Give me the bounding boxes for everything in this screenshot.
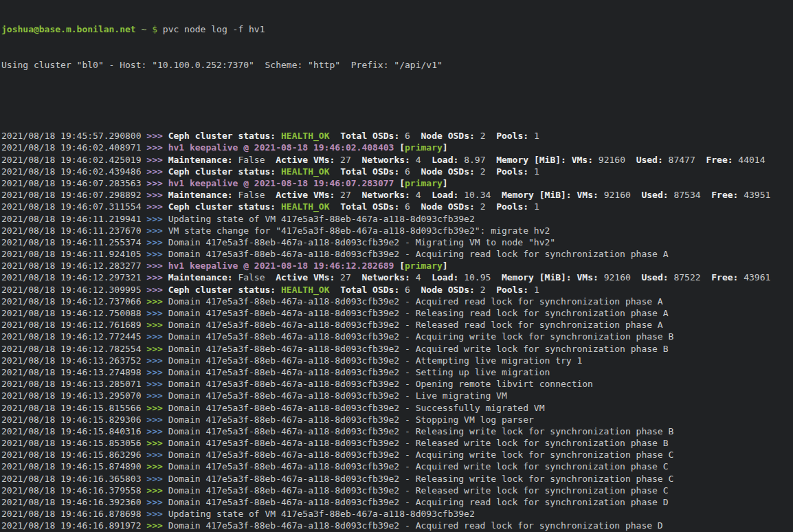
log-marker-icon: >>> [146,296,168,307]
log-marker-icon: >>> [146,249,168,259]
log-line: 2021/08/18 19:46:07.298892 >>> Maintenan… [1,189,793,201]
log-marker-icon: >>> [146,461,168,472]
log-line: 2021/08/18 19:46:16.392360 >>> Domain 41… [1,496,793,508]
log-text-segment: Domain 417e5a3f-88eb-467a-a118-8d093cfb3… [168,355,583,366]
log-timestamp: 2021/08/18 19:46:12.761689 [1,320,146,330]
log-text-segment [566,155,572,165]
log-text-segment: 1 [528,166,539,177]
log-line: 2021/08/18 19:46:12.737066 >>> Domain 41… [1,296,793,307]
log-text-segment [329,131,340,141]
log-timestamp: 2021/08/18 19:46:11.255374 [1,237,146,247]
log-text-segment: hv1 keepalive @ 2021-08-18 19:46:07.2830… [168,178,394,188]
log-text-segment: 1 [528,131,539,141]
log-timestamp: 2021/08/18 19:46:02.425019 [1,155,146,165]
log-text-segment: Domain 417e5a3f-88eb-467a-a118-8d093cfb3… [168,474,674,484]
log-line: 2021/08/18 19:46:11.237670 >>> VM state … [1,225,793,236]
log-text-segment: Domain 417e5a3f-88eb-467a-a118-8d093cfb3… [168,414,534,425]
log-text-segment: Memory [MiB]: [502,190,572,200]
log-marker-icon: >>> [146,426,168,436]
log-text-segment: Domain 417e5a3f-88eb-467a-a118-8d093cfb3… [168,450,674,460]
log-text-segment: Load: [432,272,458,282]
log-text-segment: 6 [399,131,421,141]
log-timestamp: 2021/08/18 19:46:12.750088 [1,308,146,318]
log-line: 2021/08/18 19:46:15.815566 >>> Domain 41… [1,402,793,414]
log-marker-icon: >>> [146,155,168,165]
log-timestamp: 2021/08/18 19:46:13.295070 [1,390,146,401]
log-text-segment: Active VMs: [276,155,335,165]
log-timestamp: 2021/08/18 19:46:13.263752 [1,355,146,366]
prompt-command: pvc node log -f hv1 [163,24,265,34]
log-timestamp: 2021/08/18 19:46:16.379558 [1,485,146,496]
log-line: 2021/08/18 19:46:12.750088 >>> Domain 41… [1,307,793,319]
log-timestamp: 2021/08/18 19:46:12.283277 [1,261,146,271]
log-text-segment: Domain 417e5a3f-88eb-467a-a118-8d093cfb3… [168,390,507,401]
log-line: 2021/08/18 19:46:12.283277 >>> hv1 keepa… [1,260,793,271]
prompt-symbol: $ [152,24,163,34]
log-marker-icon: >>> [146,201,168,212]
log-marker-icon: >>> [146,272,168,282]
log-text-segment: 44014 [733,155,766,165]
log-line: 2021/08/18 19:46:15.829306 >>> Domain 41… [1,414,793,425]
log-text-segment: Free: [706,155,733,165]
log-marker-icon: >>> [146,166,168,177]
log-text-segment: Networks: [361,155,410,165]
log-text-segment: Domain 417e5a3f-88eb-467a-a118-8d093cfb3… [168,438,669,448]
log-marker-icon: >>> [146,331,168,342]
log-text-segment: [ [399,178,405,188]
shell-prompt-line: joshua@base.m.bonilan.net ~ $ pvc node l… [1,23,793,35]
log-marker-icon: >>> [146,142,168,153]
log-text-segment: Domain 417e5a3f-88eb-467a-a118-8d093cfb3… [168,344,669,354]
log-text-segment: hv1 keepalive @ 2021-08-18 19:46:02.4084… [168,142,394,153]
log-marker-icon: >>> [146,285,168,295]
log-text-segment: [ [399,142,405,153]
log-line: 2021/08/18 19:46:11.219941 >>> Updating … [1,213,793,225]
log-line: 2021/08/18 19:46:16.891972 >>> Domain 41… [1,520,793,531]
log-text-segment: Active VMs: [276,190,335,200]
log-marker-icon: >>> [146,520,168,531]
log-text-segment [329,166,340,177]
log-marker-icon: >>> [146,131,168,141]
log-text-segment: Domain 417e5a3f-88eb-467a-a118-8d093cfb3… [168,379,593,389]
log-line: 2021/08/18 19:46:12.782554 >>> Domain 41… [1,343,793,355]
log-text-segment: Domain 417e5a3f-88eb-467a-a118-8d093cfb3… [168,485,669,496]
log-text-segment: Ceph cluster status: [168,285,276,295]
log-text-segment: Domain 417e5a3f-88eb-467a-a118-8d093cfb3… [168,331,674,342]
log-text-segment: Updating state of VM 417e5a3f-88eb-467a-… [168,509,475,519]
prompt-user-host: joshua@base.m.bonilan.net [1,24,136,34]
log-marker-icon: >>> [146,509,168,519]
log-marker-icon: >>> [146,214,168,224]
log-timestamp: 2021/08/18 19:46:16.392360 [1,497,146,507]
log-text-segment [276,285,281,295]
log-text-segment: Domain 417e5a3f-88eb-467a-a118-8d093cfb3… [168,403,545,413]
log-text-segment: Node OSDs: [421,201,475,212]
log-text-segment: Domain 417e5a3f-88eb-467a-a118-8d093cfb3… [168,320,663,330]
log-text-segment: hv1 keepalive @ 2021-08-18 19:46:12.2826… [168,261,394,271]
log-text-segment: Domain 417e5a3f-88eb-467a-a118-8d093cfb3… [168,308,669,318]
log-timestamp: 2021/08/18 19:46:12.297321 [1,272,146,282]
log-line: 2021/08/18 19:46:12.761689 >>> Domain 41… [1,319,793,331]
log-text-segment: Pools: [496,201,528,212]
log-line: 2021/08/18 19:46:15.853056 >>> Domain 41… [1,437,793,449]
log-text-segment: Total OSDs: [340,166,399,177]
log-timestamp: 2021/08/18 19:46:02.439486 [1,166,146,177]
log-text-segment: Free: [711,190,738,200]
log-output: 2021/08/18 19:45:57.290800 >>> Ceph clus… [1,130,793,532]
terminal-window[interactable]: joshua@base.m.bonilan.net ~ $ pvc node l… [0,0,793,532]
log-text-segment: Maintenance: [168,190,233,200]
log-text-segment: VMs: [577,190,599,200]
log-text-segment: VM state change for "417e5a3f-88eb-467a-… [168,225,550,236]
log-timestamp: 2021/08/18 19:46:07.298892 [1,190,146,200]
log-text-segment: Domain 417e5a3f-88eb-467a-a118-8d093cfb3… [168,296,663,307]
log-text-segment: 1 [528,285,539,295]
log-marker-icon: >>> [146,355,168,366]
log-text-segment: Domain 417e5a3f-88eb-467a-a118-8d093cfb3… [168,520,663,531]
log-timestamp: 2021/08/18 19:45:57.290800 [1,131,146,141]
log-timestamp: 2021/08/18 19:46:11.237670 [1,225,146,236]
log-line: 2021/08/18 19:46:12.772445 >>> Domain 41… [1,331,793,342]
log-line: 2021/08/18 19:46:02.439486 >>> Ceph clus… [1,166,793,177]
log-text-segment: Domain 417e5a3f-88eb-467a-a118-8d093cfb3… [168,426,674,436]
log-text-segment: Used: [641,272,668,282]
log-text-segment: Used: [636,155,663,165]
log-text-segment: Networks: [361,272,410,282]
log-marker-icon: >>> [146,261,168,271]
